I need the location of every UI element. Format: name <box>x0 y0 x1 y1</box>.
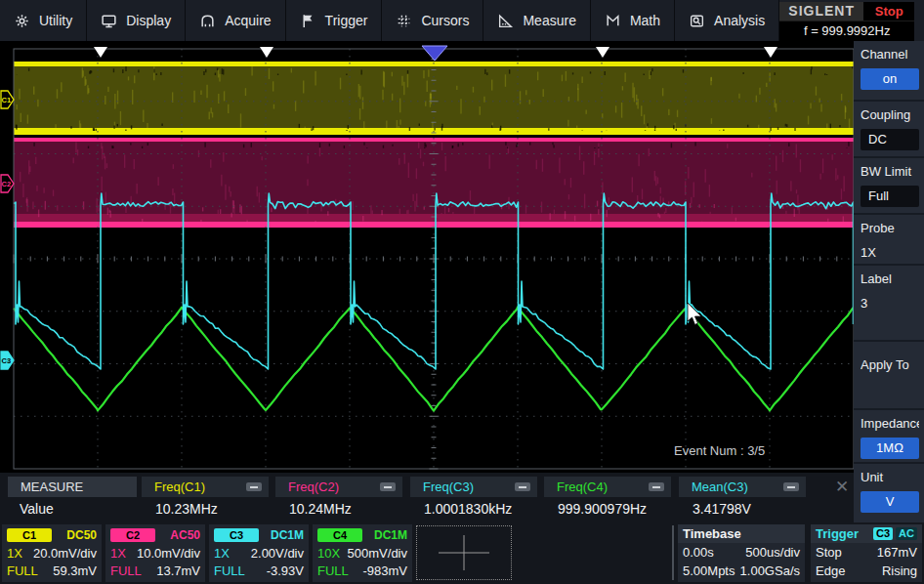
channel-offset: 59.3mV <box>53 563 97 578</box>
channel-atten: 1X <box>7 546 22 561</box>
sidebar-section-channel[interactable]: Channel on <box>854 41 924 102</box>
remove-measurement-icon[interactable] <box>515 482 530 491</box>
bottom-bar-divider <box>672 525 674 580</box>
trigger-panel[interactable]: Trigger C3 AC Stop167mV EdgeRising <box>811 524 922 582</box>
menu-analysis-label: Analysis <box>714 13 765 28</box>
menu-utility[interactable]: Utility <box>0 0 87 41</box>
trigger-mode: Edge <box>816 563 845 578</box>
remove-measurement-icon[interactable] <box>380 482 396 491</box>
remove-measurement-icon[interactable] <box>649 482 664 491</box>
measurement-label: Freq(C4) <box>557 480 608 494</box>
trigger-title: Trigger <box>816 526 859 541</box>
measurement-freq-c2[interactable]: Freq(C2) <box>275 477 402 497</box>
probe-label: Probe <box>861 221 919 235</box>
trigger-coupling-badge: AC <box>896 527 917 540</box>
measurement-mean-c3[interactable]: Mean(C3) <box>679 477 806 497</box>
channel-badge[interactable]: C1 <box>7 528 52 542</box>
channel-offset: 13.7mV <box>156 563 200 578</box>
close-measure-icon[interactable]: ✕ <box>832 477 852 497</box>
topbar-status-cluster: SIGLENT Stop f = 999.9992Hz C3 <box>779 0 924 41</box>
channel-bw: FULL <box>110 563 142 578</box>
channel-scale: 10.0mV/div <box>137 546 200 561</box>
channel-badge[interactable]: C3 <box>214 528 259 542</box>
menu-cursors[interactable]: Cursors <box>382 0 483 41</box>
measure-ruler-icon <box>497 13 514 29</box>
channel-scale: 2.00V/div <box>251 546 304 561</box>
sidebar-section-coupling[interactable]: Coupling DC <box>854 102 924 158</box>
channel-badge[interactable]: C2 <box>110 528 155 542</box>
channel-panel-c3[interactable]: C3DC1M 1X2.00V/div FULL-3.93V <box>209 524 309 582</box>
channel-badge[interactable]: C4 <box>317 528 362 542</box>
bw-limit-full-button[interactable]: Full <box>861 186 919 207</box>
sidebar-section-probe[interactable]: Probe 1X <box>854 215 924 266</box>
trigger-event-marker[interactable] <box>596 47 609 58</box>
sidebar-section-bw-limit[interactable]: BW Limit Full <box>854 158 924 215</box>
measurement-label: Freq(C2) <box>288 480 339 494</box>
sidebar-section-apply-to[interactable]: Apply To <box>854 342 924 410</box>
menu-measure[interactable]: Measure <box>483 0 590 41</box>
measurement-freq-c1[interactable]: Freq(C1) <box>142 477 269 497</box>
menu-acquire[interactable]: Acquire <box>186 0 285 41</box>
menu-display[interactable]: Display <box>87 0 186 41</box>
channel-panel-c4[interactable]: C4DC1M 10X500mV/div FULL-983mV <box>313 524 412 582</box>
measurement-value: 10.24MHz <box>289 501 352 517</box>
trigger-position-marker[interactable] <box>422 46 447 61</box>
remove-measurement-icon[interactable] <box>783 482 799 491</box>
impedance-button[interactable]: 1MΩ <box>861 438 919 459</box>
measurement-strip: MEASURE Value Freq(C1) 10.23MHz Freq(C2)… <box>0 473 854 523</box>
sidebar-section-label[interactable]: Label 3 <box>854 266 924 342</box>
channel-panel-c1[interactable]: C1DC50 1X20.0mV/div FULL59.3mV <box>2 524 102 582</box>
acquire-icon <box>199 13 216 29</box>
measurement-freq-c4[interactable]: Freq(C4) <box>544 477 671 497</box>
math-icon <box>605 13 621 29</box>
trigger-slope: Rising <box>882 563 917 578</box>
timebase-delay: 0.00s <box>683 545 714 560</box>
unit-button[interactable]: V <box>861 491 919 513</box>
measurement-value: 999.900979Hz <box>558 501 647 517</box>
remove-measurement-icon[interactable] <box>246 482 262 491</box>
channel-coupling: DC1M <box>271 528 304 542</box>
measurement-value: 10.23MHz <box>155 501 218 517</box>
trigger-event-marker[interactable] <box>764 47 777 58</box>
measurement-value: 1.0001830kHz <box>424 501 512 517</box>
sidebar-section-impedance[interactable]: Impedance 1MΩ <box>854 410 924 464</box>
flag-icon <box>300 13 316 29</box>
measurement-freq-c3[interactable]: Freq(C3) <box>410 477 537 497</box>
measurement-value: 3.41798V <box>693 501 751 517</box>
trigger-source-badge: C3 <box>873 527 893 540</box>
measurement-gate-box <box>416 525 512 580</box>
brand-status-box: SIGLENT Stop f = 999.9992Hz <box>779 2 914 41</box>
channel-atten: 1X <box>110 546 126 561</box>
timebase-scale: 500us/div <box>745 545 800 560</box>
monitor-icon <box>101 13 117 29</box>
channel-coupling: DC50 <box>66 528 97 542</box>
menu-measure-label: Measure <box>523 13 575 28</box>
trigger-event-marker[interactable] <box>94 47 107 58</box>
waveform-display: C1C2C3 Event Num : 3/5 <box>0 41 854 473</box>
event-num-label: Event Num : 3/5 <box>674 443 765 458</box>
mouse-cursor <box>688 303 701 325</box>
sidebar-section-unit[interactable]: Unit V <box>854 464 924 522</box>
channel-bw: FULL <box>7 563 38 578</box>
waveform-canvas: C1C2C3 <box>0 41 854 473</box>
frequency-counter: f = 999.9992Hz <box>779 21 914 41</box>
timebase-title: Timebase <box>683 526 741 541</box>
channel-marker-label: C3 <box>2 356 12 365</box>
channel-panel-c2[interactable]: C2AC50 1X10.0mV/div FULL13.7mV <box>105 524 205 582</box>
coupling-dc-button[interactable]: DC <box>861 129 919 150</box>
trigger-status: Stop <box>816 545 842 560</box>
menu-cursors-label: Cursors <box>421 13 469 28</box>
label-value: 3 <box>861 296 919 311</box>
channel-scale: 500mV/div <box>348 546 407 561</box>
trigger-level: 167mV <box>877 545 917 560</box>
acquisition-status[interactable]: Stop <box>863 2 914 21</box>
menu-trigger[interactable]: Trigger <box>286 0 383 41</box>
apply-to-label: Apply To <box>861 357 919 372</box>
timebase-panel[interactable]: Timebase 0.00s500us/div 5.00Mpts1.00GSa/… <box>678 524 805 582</box>
siglent-logo: SIGLENT <box>779 2 863 21</box>
trigger-event-marker[interactable] <box>260 47 273 58</box>
menu-math[interactable]: Math <box>591 0 675 41</box>
channel-on-button[interactable]: on <box>861 68 919 90</box>
menu-analysis[interactable]: Analysis <box>675 0 779 41</box>
channel-coupling: AC50 <box>170 528 200 542</box>
